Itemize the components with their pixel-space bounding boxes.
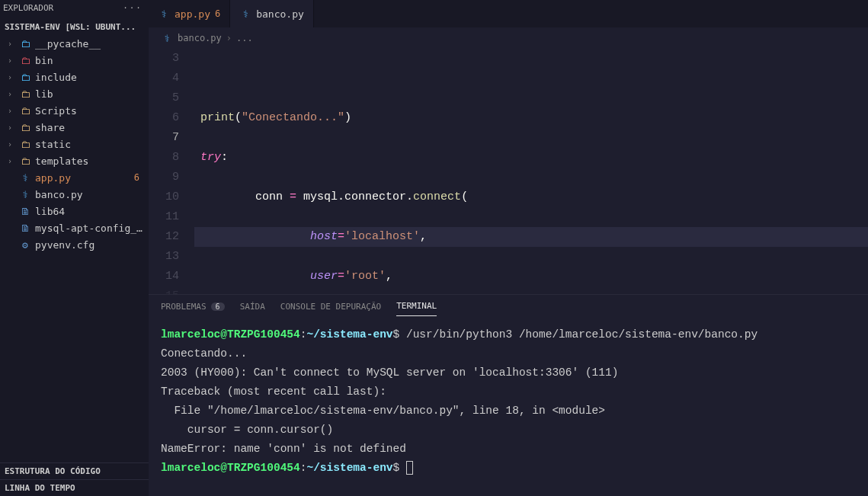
problems-badge: 6 <box>134 172 146 183</box>
python-icon: ⚕ <box>19 172 31 184</box>
folder-include[interactable]: ›🗀include <box>0 69 149 85</box>
chevron-right-icon: › <box>8 107 15 115</box>
code-editor[interactable]: 3456789101112131415 print("Conectando...… <box>149 49 868 294</box>
terminal[interactable]: lmarceloc@TRZPG100454:~/sistema-env$ /us… <box>149 316 868 496</box>
tab-output[interactable]: SAÍDA <box>240 301 265 316</box>
code-area[interactable]: print("Conectando...") try: conn = mysql… <box>194 49 868 294</box>
folder-share[interactable]: ›🗀share <box>0 119 149 136</box>
file-tree: ›🗀__pycache__ ›🗀bin ›🗀include ›🗀lib ›🗀Sc… <box>0 35 149 462</box>
file-icon: 🗎 <box>19 206 31 217</box>
line-gutter: 3456789101112131415 <box>149 49 194 294</box>
explorer-title: EXPLORADOR <box>3 3 53 13</box>
folder-scripts[interactable]: ›🗀Scripts <box>0 102 149 119</box>
file-pyvenv-cfg[interactable]: ⚙pyvenv.cfg <box>0 236 149 253</box>
chevron-right-icon: › <box>8 40 15 48</box>
file-icon: 🗎 <box>19 222 31 234</box>
folder-lib[interactable]: ›🗀lib <box>0 85 149 102</box>
folder-bin[interactable]: ›🗀bin <box>0 52 149 69</box>
tab-banco-py[interactable]: ⚕ banco.py <box>230 0 314 27</box>
chevron-right-icon: › <box>8 157 15 165</box>
folder-icon: 🗀 <box>19 139 31 150</box>
folder-icon: 🗀 <box>19 155 31 167</box>
folder-icon: 🗀 <box>19 105 31 117</box>
folder-icon: 🗀 <box>19 38 31 50</box>
folder-icon: 🗀 <box>19 72 31 83</box>
outline-section[interactable]: ESTRUTURA DO CÓDIGO <box>0 462 149 479</box>
more-icon[interactable]: ··· <box>123 3 143 13</box>
chevron-right-icon: › <box>8 123 15 132</box>
folder-icon: 🗀 <box>19 55 31 66</box>
folder-templates[interactable]: ›🗀templates <box>0 152 149 169</box>
folder-icon: 🗀 <box>19 88 31 100</box>
chevron-right-icon: › <box>8 90 15 98</box>
file-lib64[interactable]: 🗎lib64 <box>0 203 149 219</box>
python-icon: ⚕ <box>158 8 170 20</box>
tab-app-py[interactable]: ⚕ app.py 6 <box>149 0 230 27</box>
workspace-title[interactable]: SISTEMA-ENV [WSL: UBUNT... <box>0 19 149 35</box>
tab-problems[interactable]: PROBLEMAS 6 <box>161 301 225 316</box>
editor-tabs: ⚕ app.py 6 ⚕ banco.py <box>149 0 868 27</box>
file-app-py[interactable]: ⚕app.py6 <box>0 169 149 186</box>
folder-pycache[interactable]: ›🗀__pycache__ <box>0 35 149 52</box>
folder-static[interactable]: ›🗀static <box>0 136 149 152</box>
file-mysql-apt-config[interactable]: 🗎mysql-apt-config_0... <box>0 219 149 236</box>
sidebar: EXPLORADOR ··· SISTEMA-ENV [WSL: UBUNT..… <box>0 0 149 496</box>
tab-debug-console[interactable]: CONSOLE DE DEPURAÇÃO <box>280 301 381 316</box>
main: ⚕ app.py 6 ⚕ banco.py ⚕ banco.py › ... 3… <box>149 0 868 496</box>
cursor-icon <box>406 461 413 475</box>
bottom-panel: PROBLEMAS 6 SAÍDA CONSOLE DE DEPURAÇÃO T… <box>149 294 868 496</box>
timeline-section[interactable]: LINHA DO TEMPO <box>0 479 149 496</box>
chevron-right-icon: › <box>8 73 15 82</box>
python-icon: ⚕ <box>239 8 251 20</box>
chevron-right-icon: › <box>8 56 15 65</box>
file-banco-py[interactable]: ⚕banco.py <box>0 186 149 203</box>
python-icon: ⚕ <box>19 189 31 200</box>
folder-icon: 🗀 <box>19 122 31 133</box>
python-icon: ⚕ <box>161 33 173 44</box>
gear-icon: ⚙ <box>19 239 31 251</box>
panel-tabs: PROBLEMAS 6 SAÍDA CONSOLE DE DEPURAÇÃO T… <box>149 295 868 316</box>
chevron-right-icon: › <box>8 140 15 149</box>
explorer-header: EXPLORADOR ··· <box>0 0 149 19</box>
breadcrumb[interactable]: ⚕ banco.py › ... <box>149 27 868 49</box>
tab-terminal[interactable]: TERMINAL <box>396 301 437 316</box>
problems-count-badge: 6 <box>211 302 225 311</box>
